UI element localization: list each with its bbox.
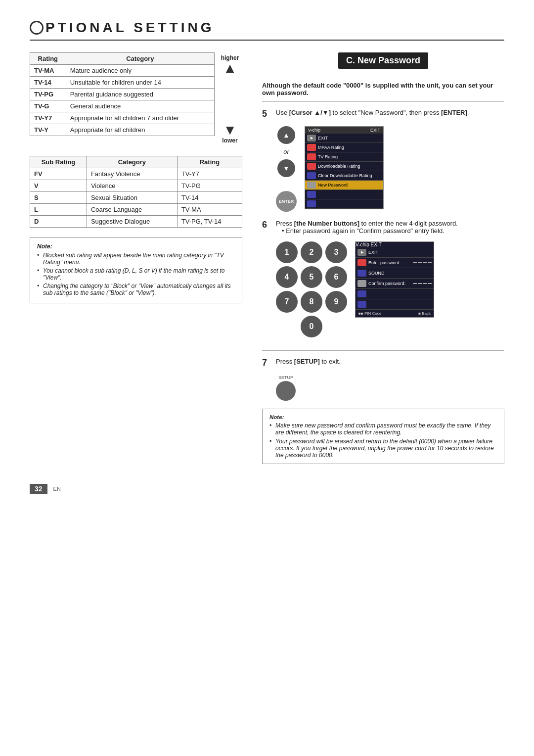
pw-footer: ■■ PIN Code ■ Back [356, 310, 434, 317]
pw-sound-icon [357, 270, 366, 277]
cursor-down-button[interactable]: ▼ [277, 159, 295, 177]
step-7-text: Press [SETUP] to exit. [276, 358, 504, 365]
menu-header-label: V-chip [308, 128, 320, 133]
pw-exit-icon: ▶ [357, 249, 366, 256]
pw-sound: SOUND [368, 271, 432, 276]
step-6-text: Press [the Number buttons] to enter the … [276, 220, 504, 235]
col-header-sub-category: Category [87, 156, 177, 168]
note-box-right: Note: • Make sure new password and confi… [262, 409, 504, 464]
menu-row-mpaa: MPAA Rating [305, 143, 383, 152]
password-entry-mockup: V-chip EXIT ▶ EXIT Enter password: [355, 241, 434, 318]
note-box-left: Note: Blocked sub rating will appear bes… [30, 237, 242, 303]
numpad-4[interactable]: 4 [276, 266, 298, 288]
pw-lang-icon [357, 301, 366, 308]
sub-rating-value: TV-PG, TV-14 [177, 216, 242, 228]
table-row: D Suggestive Dialogue TV-PG, TV-14 [30, 216, 242, 228]
step-5-row: 5 Use [Cursor ▲/▼] to select "New Passwo… [262, 109, 504, 119]
sub-rating-table: Sub Rating Category Rating FV Fantasy Vi… [30, 156, 242, 228]
main-content: Rating Category TV-MA Mature audience on… [30, 52, 504, 464]
pw-dash [413, 262, 417, 263]
page-number: 32 [30, 484, 47, 494]
cursor-up-button[interactable]: ▲ [277, 126, 295, 144]
pw-channel-icon [357, 280, 366, 287]
note-item: Changing the category to "Block" or "Vie… [37, 283, 235, 296]
or-text: or [283, 148, 289, 155]
pw-detail-icon [357, 290, 366, 297]
sub-category-cell: Violence [87, 180, 177, 192]
menu-clear: Clear Downloadable Rating [318, 173, 381, 178]
step-5-text: Use [Cursor ▲/▼] to select "New Password… [276, 109, 504, 116]
detail-icon [307, 191, 316, 198]
numpad-area: 1 2 3 4 5 6 7 8 9 0 [276, 241, 347, 342]
category-cell: Appropriate for all children 7 and older [66, 112, 214, 124]
sub-rating-value: TV-PG [177, 180, 242, 192]
lower-label: lower [222, 137, 237, 144]
pw-exit: EXIT [368, 250, 432, 255]
page-footer: 32 EN [30, 484, 504, 494]
numpad-8[interactable]: 8 [301, 291, 322, 313]
menu-dl: Downloadable Rating [318, 164, 381, 169]
menu-row-clear: Clear Downloadable Rating [305, 171, 383, 181]
numpad-5[interactable]: 5 [301, 266, 322, 288]
page-title: PTIONAL SETTING [30, 20, 504, 41]
pw-row-enter: Enter password: [356, 258, 434, 268]
title-o-circle [30, 21, 44, 35]
sub-rating-cell: FV [30, 168, 87, 180]
pw-exit-label: EXIT [371, 242, 382, 247]
enter-button[interactable]: ENTER [276, 191, 297, 212]
sub-rating-cell: L [30, 204, 87, 216]
sub-rating-value: TV-Y7 [177, 168, 242, 180]
note-list-right: • Make sure new password and confirm pas… [269, 422, 497, 459]
table-row: TV-PG Parental guidance suggested [30, 89, 215, 100]
numpad-2[interactable]: 2 [301, 241, 322, 263]
step5-remote: ▲ or ▼ ENTER [276, 126, 297, 212]
tv-icon [307, 153, 316, 160]
sub-category-cell: Sexual Situation [87, 192, 177, 204]
lower-indicator: ▼ lower [222, 123, 237, 144]
step-7-row: 7 Press [SETUP] to exit. [262, 358, 504, 368]
note-item: • Make sure new password and confirm pas… [269, 422, 497, 436]
pw-row-lang [356, 299, 434, 310]
rating-table: Rating Category TV-MA Mature audience on… [30, 52, 215, 136]
higher-indicator: higher ▲ [221, 54, 239, 75]
down-arrow-icon: ▼ [223, 123, 237, 137]
table-row: TV-Y Appropriate for all children [30, 124, 215, 136]
rating-cell: TV-PG [30, 89, 66, 100]
menu-header: V-chip EXIT [305, 127, 383, 134]
menu-row-new-password: New Password [305, 181, 383, 190]
language-icon [307, 200, 316, 207]
sub-category-cell: Suggestive Dialogue [87, 216, 177, 228]
col-header-sub-rating-val: Rating [177, 156, 242, 168]
pw-back: ■ Back [418, 311, 431, 316]
col-header-rating: Rating [30, 53, 66, 65]
numpad-0[interactable]: 0 [301, 316, 322, 337]
table-row: L Coarse Language TV-MA [30, 204, 242, 216]
rating-table-section: Rating Category TV-MA Mature audience on… [30, 52, 242, 146]
setup-label: SETUP [278, 375, 293, 380]
rating-cell: TV-G [30, 100, 66, 112]
pw-dash [423, 283, 427, 284]
note-list-left: Blocked sub rating will appear beside th… [37, 252, 235, 296]
numpad-7[interactable]: 7 [276, 291, 298, 313]
section-title: C. New Password [338, 52, 428, 69]
menu-row-dl: Downloadable Rating [305, 162, 383, 171]
numpad-9[interactable]: 9 [325, 291, 347, 313]
numpad-1[interactable]: 1 [276, 241, 298, 263]
table-row: V Violence TV-PG [30, 180, 242, 192]
menu-mockup-step5: V-chip EXIT ▶ EXIT MPAA Rating TV Rating [305, 126, 384, 209]
rating-arrow-indicator: higher ▲ ▼ lower [218, 52, 242, 146]
pw-row-exit: ▶ EXIT [356, 247, 434, 258]
numpad-3[interactable]: 3 [325, 241, 347, 263]
setup-button[interactable] [276, 381, 296, 401]
dl-icon [307, 163, 316, 170]
right-column: C. New Password Although the default cod… [262, 52, 504, 464]
menu-mpaa: MPAA Rating [318, 145, 381, 150]
pw-picture-icon [357, 259, 366, 266]
step-6-num: 6 [262, 220, 272, 230]
channel-icon [307, 182, 316, 189]
number-keypad: 1 2 3 4 5 6 7 8 9 0 [276, 241, 347, 337]
numpad-6[interactable]: 6 [325, 266, 347, 288]
sub-category-cell: Coarse Language [87, 204, 177, 216]
menu-new-password: New Password [318, 183, 381, 188]
table-row: TV-G General audience [30, 100, 215, 112]
